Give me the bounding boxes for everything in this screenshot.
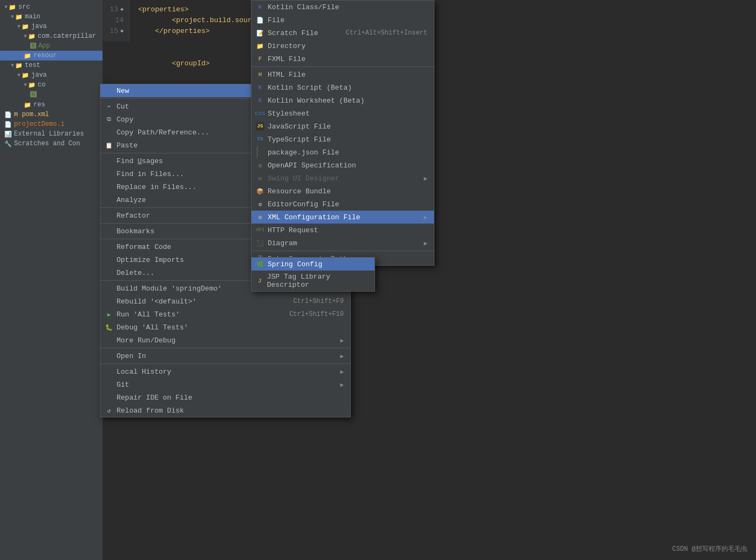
submenu-new-kotlin-script[interactable]: K Kotlin Script (Beta) xyxy=(251,81,434,94)
menu-item-git[interactable]: Git ▶ xyxy=(100,378,350,391)
submenu-new-fxml[interactable]: F FXML File xyxy=(251,52,434,65)
submenu-new-stylesheet-left: css Stylesheet xyxy=(256,109,310,118)
watermark: CSDN @想写程序的毛毛虫 xyxy=(672,544,747,554)
submenu-new-package-json-left: { } package.json File xyxy=(256,148,339,157)
diagram-icon: ⬛ xyxy=(256,239,264,247)
tree-item-scratches[interactable]: 🔧 Scratches and Con xyxy=(0,139,103,149)
editorconfig-icon: ⚙ xyxy=(256,200,264,208)
submenu-new-diagram[interactable]: ⬛ Diagram ▶ xyxy=(251,237,434,249)
external-icon: 📊 xyxy=(4,131,12,138)
menu-item-more-run[interactable]: More Run/Debug ▶ xyxy=(100,334,350,347)
submenu-new-scratch[interactable]: 📝 Scratch File Ctrl+Alt+Shift+Insert xyxy=(251,26,434,39)
menu-item-local-history-left: Local History xyxy=(105,367,171,376)
submenu-new-html[interactable]: H HTML File xyxy=(251,68,434,81)
submenu-new-js[interactable]: JS JavaScript File xyxy=(251,120,434,133)
analyze-icon xyxy=(105,195,113,204)
submenu-new-directory[interactable]: 📁 Directory xyxy=(251,39,434,52)
submenu-new-resource[interactable]: 📦 Resource Bundle xyxy=(251,185,434,198)
submenu-label-ts: TypeScript File xyxy=(268,136,331,144)
package-json-icon: { } xyxy=(256,148,264,157)
menu-item-reload[interactable]: ↺ Reload from Disk xyxy=(100,404,350,417)
tree-item-src[interactable]: ▼ 📁 src xyxy=(0,2,103,12)
submenu-new-file[interactable]: 📄 File xyxy=(251,14,434,26)
arrow-main: ▼ xyxy=(11,14,14,20)
submenu-xml-spring[interactable]: 🌿 Spring Config xyxy=(251,258,374,271)
optimize-icon xyxy=(105,255,113,264)
submenu-new-editorconfig[interactable]: ⚙ EditorConfig File xyxy=(251,198,434,211)
tree-item-g-icon[interactable]: 🅶 xyxy=(0,90,103,100)
find-files-icon xyxy=(105,170,113,178)
submenu-new-xml-config[interactable]: ⚙ XML Configuration File ▶ xyxy=(251,211,434,224)
menu-label-analyze: Analyze xyxy=(117,196,146,204)
folder-icon-src: 📁 xyxy=(9,4,16,11)
tree-label-res: res xyxy=(33,101,45,109)
submenu-sep-1 xyxy=(251,66,434,67)
menu-item-repair[interactable]: Repair IDE on File xyxy=(100,391,350,404)
submenu-new-kotlin-worksheet[interactable]: K Kotlin Worksheet (Beta) xyxy=(251,94,434,107)
pom-icon: 📄 xyxy=(4,111,12,118)
submenu-label-http: HTTP Request xyxy=(268,226,318,234)
kotlin-class-icon: K xyxy=(256,3,264,11)
tree-label-scratches: Scratches and Con xyxy=(14,140,80,147)
menu-label-new: New xyxy=(117,87,129,95)
tree-item-main[interactable]: ▼ 📁 main xyxy=(0,12,103,22)
submenu-xml-jsp[interactable]: J JSP Tag Library Descriptor xyxy=(251,271,374,291)
tree-item-app[interactable]: 🅶 App xyxy=(0,41,103,51)
tree-item-external[interactable]: 📊 External Libraries xyxy=(0,129,103,139)
submenu-new-js-left: JS JavaScript File xyxy=(256,122,331,131)
submenu-new-file-left: 📄 File xyxy=(256,16,284,24)
menu-item-reload-left: ↺ Reload from Disk xyxy=(105,406,184,415)
submenu-new-openapi[interactable]: ⚙ OpenAPI Specification xyxy=(251,159,434,172)
menu-item-paste-left: 📋 Paste xyxy=(105,141,138,150)
menu-label-replace-files: Replace in Files... xyxy=(117,183,196,191)
submenu-label-diagram: Diagram xyxy=(268,239,297,247)
tag-groupid: <groupId> xyxy=(172,59,209,68)
spring-config-icon: 🌿 xyxy=(256,260,264,268)
submenu-label-file: File xyxy=(268,16,284,24)
tree-label-app: App xyxy=(38,42,50,50)
tree-item-resour[interactable]: 📁 resour xyxy=(0,51,103,60)
submenu-label-html: HTML File xyxy=(268,71,305,79)
submenu-label-editorconfig: EditorConfig File xyxy=(268,200,339,208)
submenu-new-ts-left: TS TypeScript File xyxy=(256,135,331,144)
menu-item-open-in-left: Open In xyxy=(105,352,146,360)
menu-item-cut-left: ✂ Cut xyxy=(105,102,129,111)
menu-item-more-run-left: More Run/Debug xyxy=(105,336,175,345)
menu-item-local-history[interactable]: Local History ▶ xyxy=(100,365,350,378)
tree-item-caterpillar[interactable]: ▼ 📁 com.caterpillar xyxy=(0,31,103,41)
delete-icon xyxy=(105,268,113,277)
tree-item-java1[interactable]: ▼ 📁 java xyxy=(0,22,103,31)
menu-item-debug[interactable]: 🐛 Debug 'All Tests' xyxy=(100,321,350,334)
file-tree: ▼ 📁 src ▼ 📁 main ▼ 📁 java ▼ 📁 com.caterp… xyxy=(0,0,103,560)
menu-item-run[interactable]: ▶ Run 'All Tests' Ctrl+Shift+F10 xyxy=(100,308,350,321)
tree-item-test[interactable]: ▼ 📁 test xyxy=(0,60,103,70)
menu-item-open-in[interactable]: Open In ▶ xyxy=(100,349,350,362)
tree-item-res[interactable]: 📁 res xyxy=(0,100,103,110)
folder-icon-java2: 📁 xyxy=(22,72,29,79)
tree-label-src: src xyxy=(18,3,30,11)
menu-item-rebuild[interactable]: Rebuild '<default>' Ctrl+Shift+F9 xyxy=(100,295,350,308)
menu-label-refactor: Refactor xyxy=(117,212,150,220)
tree-label-project: projectDemo.i xyxy=(14,120,65,128)
tree-item-project[interactable]: 📄 projectDemo.i xyxy=(0,119,103,129)
tree-item-co[interactable]: ▼ 📁 co xyxy=(0,80,103,90)
rebuild-shortcut: Ctrl+Shift+F9 xyxy=(293,298,344,305)
submenu-new-editorconfig-left: ⚙ EditorConfig File xyxy=(256,200,339,208)
refactor-icon xyxy=(105,211,113,220)
submenu-new-package-json[interactable]: { } package.json File xyxy=(251,146,434,159)
tree-item-pom[interactable]: 📄 m pom.xml xyxy=(0,110,103,119)
folder-icon-java1: 📁 xyxy=(22,23,29,30)
tree-item-java2[interactable]: ▼ 📁 java xyxy=(0,70,103,80)
menu-label-optimize: Optimize Imports xyxy=(117,256,184,264)
submenu-new-stylesheet[interactable]: css Stylesheet xyxy=(251,107,434,120)
submenu-new-ts[interactable]: TS TypeScript File xyxy=(251,133,434,146)
submenu-new-swing[interactable]: ⊞ Swing UI Designer ▶ xyxy=(251,172,434,185)
submenu-new-http[interactable]: API HTTP Request xyxy=(251,224,434,237)
marker-15: ◈ xyxy=(120,26,124,37)
submenu-label-stylesheet: Stylesheet xyxy=(268,110,310,118)
submenu-new-kotlin-class[interactable]: K Kotlin Class/File xyxy=(251,1,434,14)
submenu-label-jsp: JSP Tag Library Descriptor xyxy=(267,273,368,289)
submenu-label-js: JavaScript File xyxy=(268,123,331,131)
local-history-icon xyxy=(105,367,113,376)
menu-item-copy-left: ⧉ Copy xyxy=(105,115,133,124)
